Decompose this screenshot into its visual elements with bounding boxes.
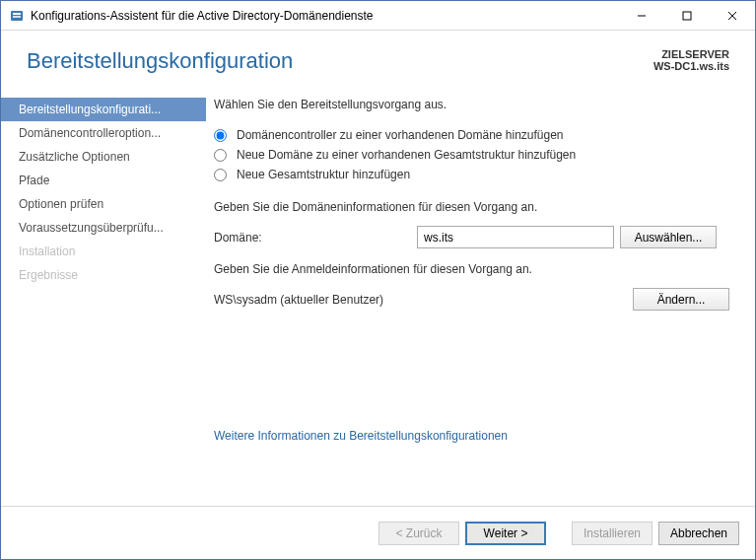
domain-field-row: Domäne: Auswählen... <box>214 226 729 248</box>
page-header: Bereitstellungskonfiguration ZIELSERVER … <box>1 31 755 84</box>
back-button: < Zurück <box>378 522 459 545</box>
step-dc-options[interactable]: Domänencontrolleroption... <box>1 121 206 145</box>
minimize-button[interactable] <box>619 1 664 30</box>
install-button: Installieren <box>572 522 653 545</box>
next-button[interactable]: Weiter > <box>465 522 546 545</box>
wizard-content: Wählen Sie den Bereitstellungsvorgang au… <box>206 84 755 506</box>
creds-section-label: Geben Sie die Anmeldeinformationen für d… <box>214 262 729 276</box>
radio-new-forest-input[interactable] <box>214 169 227 181</box>
svg-rect-4 <box>683 12 691 20</box>
step-installation: Installation <box>1 240 206 263</box>
radio-new-domain-existing-forest-input[interactable] <box>214 149 227 162</box>
domain-section-label: Geben Sie die Domäneninformationen für d… <box>214 200 729 214</box>
radio-new-domain-existing-forest[interactable]: Neue Domäne zu einer vorhandenen Gesamts… <box>214 145 729 165</box>
svg-rect-1 <box>13 13 21 15</box>
maximize-button[interactable] <box>664 1 710 30</box>
more-info-link[interactable]: Weitere Informationen zu Bereitstellungs… <box>214 429 508 443</box>
deployment-operation-radios: Domänencontroller zu einer vorhandenen D… <box>214 125 729 184</box>
step-paths[interactable]: Pfade <box>1 169 206 192</box>
select-domain-button[interactable]: Auswählen... <box>620 226 717 248</box>
app-icon <box>9 8 25 24</box>
radio-label: Neue Domäne zu einer vorhandenen Gesamts… <box>237 148 576 162</box>
radio-add-dc-existing-domain-input[interactable] <box>214 129 227 142</box>
step-review-options[interactable]: Optionen prüfen <box>1 192 206 216</box>
current-user-text: WS\sysadm (aktueller Benutzer) <box>214 293 383 307</box>
step-deployment-config[interactable]: Bereitstellungskonfigurati... <box>1 98 206 121</box>
radio-new-forest[interactable]: Neue Gesamtstruktur hinzufügen <box>214 165 729 184</box>
page-title: Bereitstellungskonfiguration <box>27 48 293 74</box>
target-server-label: ZIELSERVER <box>653 48 729 60</box>
cancel-button[interactable]: Abbrechen <box>658 522 739 545</box>
wizard-steps-sidebar: Bereitstellungskonfigurati... Domänencon… <box>1 84 206 506</box>
radio-add-dc-existing-domain[interactable]: Domänencontroller zu einer vorhandenen D… <box>214 125 729 145</box>
window-controls <box>619 1 755 30</box>
titlebar[interactable]: Konfigurations-Assistent für die Active … <box>1 1 755 31</box>
credentials-row: WS\sysadm (aktueller Benutzer) Ändern... <box>214 288 729 311</box>
window-title: Konfigurations-Assistent für die Active … <box>31 9 619 23</box>
change-credentials-button[interactable]: Ändern... <box>633 288 729 311</box>
target-server-block: ZIELSERVER WS-DC1.ws.its <box>653 48 729 72</box>
wizard-footer: < Zurück Weiter > Installieren Abbrechen <box>1 506 755 559</box>
domain-input[interactable] <box>417 226 614 248</box>
svg-rect-2 <box>13 16 21 18</box>
close-button[interactable] <box>710 1 755 30</box>
wizard-window: Konfigurations-Assistent für die Active … <box>0 0 756 560</box>
target-server-value: WS-DC1.ws.its <box>653 60 729 72</box>
step-additional-options[interactable]: Zusätzliche Optionen <box>1 145 206 169</box>
radio-label: Domänencontroller zu einer vorhandenen D… <box>237 128 564 142</box>
wizard-body: Bereitstellungskonfigurati... Domänencon… <box>1 84 755 506</box>
step-prereq-check[interactable]: Voraussetzungsüberprüfu... <box>1 216 206 240</box>
domain-field-label: Domäne: <box>214 231 411 245</box>
intro-text: Wählen Sie den Bereitstellungsvorgang au… <box>214 98 729 111</box>
radio-label: Neue Gesamtstruktur hinzufügen <box>237 168 410 181</box>
step-results: Ergebnisse <box>1 263 206 287</box>
